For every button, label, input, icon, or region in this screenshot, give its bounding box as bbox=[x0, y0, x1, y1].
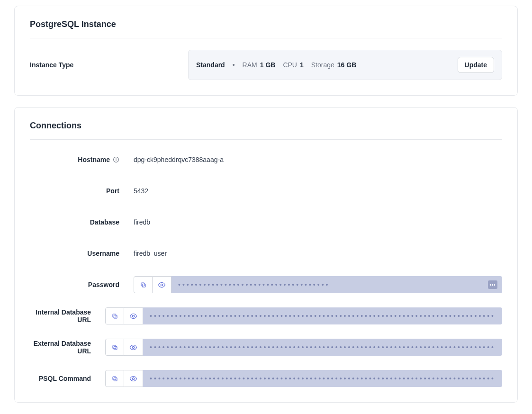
value-internal-url: ••••••••••••••••••••••••••••••••••••••••… bbox=[94, 307, 502, 324]
value-hostname: dpg-ck9pheddrqvc7388aaag-a bbox=[122, 156, 502, 163]
secret-group-psql: ••••••••••••••••••••••••••••••••••••••••… bbox=[105, 370, 502, 387]
ellipsis-icon[interactable]: ••• bbox=[488, 280, 497, 289]
masked-field-password: •••••••••••••••••••••••••••••••••••• ••• bbox=[171, 276, 502, 293]
svg-rect-3 bbox=[142, 284, 145, 287]
masked-dots: ••••••••••••••••••••••••••••••••••••••••… bbox=[150, 375, 496, 382]
separator-dot: • bbox=[233, 61, 235, 69]
svg-point-2 bbox=[116, 158, 116, 159]
ram-spec: RAM1 GB bbox=[243, 61, 276, 69]
masked-field-psql: ••••••••••••••••••••••••••••••••••••••••… bbox=[143, 370, 502, 387]
row-psql: PSQL Command •••••••••••••••••••••••••••… bbox=[30, 370, 502, 387]
label-hostname: Hostname bbox=[30, 156, 122, 163]
instance-specs: Standard • RAM1 GB CPU1 Storage16 GB bbox=[196, 61, 356, 69]
reveal-button-external-url[interactable] bbox=[124, 339, 143, 356]
label-internal-url: Internal Database URL bbox=[30, 308, 94, 324]
masked-dots: •••••••••••••••••••••••••••••••••••• bbox=[178, 281, 496, 288]
svg-rect-7 bbox=[113, 314, 116, 317]
label-username: Username bbox=[30, 250, 122, 257]
row-username: Username firedb_user bbox=[30, 245, 502, 262]
secret-group-internal-url: ••••••••••••••••••••••••••••••••••••••••… bbox=[105, 307, 502, 324]
value-psql: ••••••••••••••••••••••••••••••••••••••••… bbox=[94, 370, 502, 387]
svg-rect-12 bbox=[114, 378, 117, 381]
card-title-postgres: PostgreSQL Instance bbox=[30, 19, 502, 38]
svg-point-8 bbox=[132, 315, 134, 317]
copy-button-password[interactable] bbox=[134, 276, 153, 293]
svg-rect-13 bbox=[113, 377, 116, 380]
cpu-spec: CPU1 bbox=[283, 61, 303, 69]
value-port: 5432 bbox=[122, 187, 502, 195]
row-hostname: Hostname dpg-ck9pheddrqvc7388aaag-a bbox=[30, 151, 502, 168]
value-external-url: ••••••••••••••••••••••••••••••••••••••••… bbox=[94, 339, 502, 356]
masked-dots: ••••••••••••••••••••••••••••••••••••••••… bbox=[150, 343, 496, 351]
svg-point-11 bbox=[132, 346, 134, 348]
masked-field-internal-url: ••••••••••••••••••••••••••••••••••••••••… bbox=[143, 307, 502, 324]
copy-button-internal-url[interactable] bbox=[105, 307, 124, 324]
update-button[interactable]: Update bbox=[458, 57, 494, 73]
masked-field-external-url: ••••••••••••••••••••••••••••••••••••••••… bbox=[143, 339, 502, 356]
copy-button-external-url[interactable] bbox=[105, 339, 124, 356]
row-port: Port 5432 bbox=[30, 182, 502, 199]
row-internal-url: Internal Database URL ••••••••••••••••••… bbox=[30, 307, 502, 324]
value-database: firedb bbox=[122, 218, 502, 226]
copy-button-psql[interactable] bbox=[105, 370, 124, 387]
value-password: •••••••••••••••••••••••••••••••••••• ••• bbox=[122, 276, 502, 293]
reveal-button-internal-url[interactable] bbox=[124, 307, 143, 324]
value-username: firedb_user bbox=[122, 250, 502, 257]
instance-type-row: Instance Type Standard • RAM1 GB CPU1 St… bbox=[30, 50, 502, 80]
label-port: Port bbox=[30, 187, 122, 195]
masked-dots: ••••••••••••••••••••••••••••••••••••••••… bbox=[150, 312, 496, 320]
label-external-url: External Database URL bbox=[30, 340, 94, 355]
label-database: Database bbox=[30, 218, 122, 226]
svg-point-14 bbox=[132, 378, 134, 379]
plan-name: Standard bbox=[196, 61, 225, 69]
svg-rect-10 bbox=[113, 345, 116, 349]
secret-group-external-url: ••••••••••••••••••••••••••••••••••••••••… bbox=[105, 339, 502, 356]
label-psql: PSQL Command bbox=[30, 375, 94, 382]
info-icon[interactable] bbox=[113, 156, 119, 163]
postgres-instance-card: PostgreSQL Instance Instance Type Standa… bbox=[14, 6, 518, 96]
row-password: Password •••••••••••••••••••••••••••••••… bbox=[30, 276, 502, 293]
secret-group-password: •••••••••••••••••••••••••••••••••••• ••• bbox=[134, 276, 502, 293]
row-external-url: External Database URL ••••••••••••••••••… bbox=[30, 339, 502, 356]
reveal-button-password[interactable] bbox=[153, 276, 171, 293]
label-password: Password bbox=[30, 281, 122, 288]
svg-point-5 bbox=[161, 284, 162, 286]
instance-spec-box: Standard • RAM1 GB CPU1 Storage16 GB Upd… bbox=[188, 50, 502, 80]
storage-spec: Storage16 GB bbox=[311, 61, 357, 69]
svg-rect-9 bbox=[114, 346, 117, 350]
instance-type-label: Instance Type bbox=[30, 61, 177, 69]
row-database: Database firedb bbox=[30, 214, 502, 231]
card-title-connections: Connections bbox=[30, 121, 502, 140]
connections-card: Connections Hostname dpg-ck9pheddrqvc738… bbox=[14, 107, 518, 403]
svg-rect-4 bbox=[141, 283, 144, 286]
svg-rect-6 bbox=[114, 315, 117, 318]
reveal-button-psql[interactable] bbox=[124, 370, 143, 387]
